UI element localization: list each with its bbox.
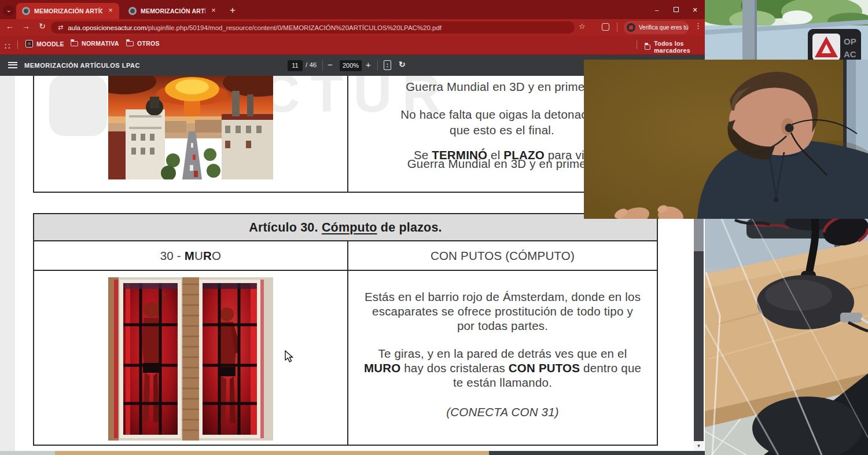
pdf-separator xyxy=(377,60,378,71)
mouse-cursor xyxy=(285,350,294,363)
maximize-button[interactable] xyxy=(667,5,685,15)
pdf-document-title: MEMORIZACIÓN ARTÍCULOS LPAC xyxy=(24,62,140,69)
doc-text-bold: M xyxy=(185,249,194,262)
page-left-margin xyxy=(0,76,15,451)
folder-icon xyxy=(645,45,650,50)
close-tab-icon[interactable]: × xyxy=(209,6,218,16)
bookmark-folder-normativa[interactable]: NORMATIVA xyxy=(71,40,119,47)
pdf-favicon xyxy=(22,7,30,15)
bookmark-folder-otros[interactable]: OTROS xyxy=(126,40,160,47)
moodle-favicon xyxy=(25,40,33,47)
bookmark-star-icon[interactable]: ☆ xyxy=(579,22,586,31)
story-line: MURO hay dos cristaleras CON PUTOS dentr… xyxy=(348,361,657,375)
toolbar-separator xyxy=(617,23,617,32)
scrollbar-thumb[interactable] xyxy=(694,219,704,251)
minimize-button[interactable]: – xyxy=(648,5,665,15)
zoom-out-button[interactable]: − xyxy=(328,60,333,69)
pdf-separator xyxy=(322,60,323,71)
doc-text-bold: R xyxy=(203,249,212,262)
all-bookmarks-label: Todos los marcadores xyxy=(654,40,705,54)
zoom-level[interactable]: 200% xyxy=(340,60,362,71)
story-connect-note: (CONECTA CON 31) xyxy=(348,405,657,419)
presenter-video xyxy=(584,60,868,219)
zoom-in-button[interactable]: + xyxy=(366,60,371,69)
bookmark-label: MOODLE xyxy=(36,41,64,47)
all-bookmarks-button[interactable]: Todos los marcadores xyxy=(645,40,705,54)
page-number-input[interactable]: 11 xyxy=(288,60,303,71)
table-30-header-row: Artículo 30. Cómputo de plazos. xyxy=(34,214,657,241)
url-path: /pluginfile.php/50194/mod_resource/conte… xyxy=(146,24,442,31)
new-tab-button[interactable]: + xyxy=(226,4,240,18)
tab-search-button[interactable]: ⌄ xyxy=(3,5,14,16)
close-window-button[interactable]: ✕ xyxy=(686,5,704,15)
doc-text: el xyxy=(487,148,503,162)
bookmark-label: NORMATIVA xyxy=(82,40,119,47)
doc-text-bold: MURO xyxy=(364,361,400,375)
back-button[interactable]: ← xyxy=(3,21,16,31)
tab-strip: ⌄ MEMORIZACIÓN ARTÍCULOS L × MEMORIZACIÓ… xyxy=(0,0,705,19)
url-domain: aula.oposicionesactur.com xyxy=(68,24,146,31)
close-tab-icon[interactable]: × xyxy=(106,6,115,16)
reload-button[interactable]: ↻ xyxy=(36,21,49,31)
rotate-icon[interactable]: ↻ xyxy=(399,60,406,69)
doc-text: 30 - xyxy=(160,249,185,262)
screen-recording-frame: OP AC xyxy=(0,0,868,455)
tab-label: MEMORIZACIÓN ARTÍCULOS L xyxy=(141,8,205,14)
table-30-subtitle-row: 30 - MURO CON PUTOS (CÓMPUTO) xyxy=(34,241,657,271)
menu-icon[interactable] xyxy=(8,62,17,68)
bookmarks-separator xyxy=(637,41,637,49)
profile-label: Verifica que eres tú xyxy=(639,24,689,31)
tab-memorizacion-2[interactable]: MEMORIZACIÓN ARTÍCULOS L × xyxy=(123,3,222,19)
doc-text-bold: CON PUTOS xyxy=(509,361,580,375)
url-text: aula.oposicionesactur.com/pluginfile.php… xyxy=(68,24,442,31)
table-30-title: Artículo 30. Cómputo de plazos. xyxy=(34,221,657,235)
doc-text: dentro que xyxy=(580,361,641,375)
story-line: te están llamando. xyxy=(348,376,657,390)
folder-icon xyxy=(126,41,134,46)
story-line: escaparates se ofrece prostitución de to… xyxy=(348,304,657,318)
table-article-30: Artículo 30. Cómputo de plazos. 30 - MUR… xyxy=(33,213,658,446)
presenter-webcam-overlay xyxy=(584,60,868,219)
site-settings-icon[interactable]: ⇄ xyxy=(58,24,63,31)
apps-grid-icon[interactable]: ∷ xyxy=(5,41,10,52)
doc-text-bold: Artículo 30. xyxy=(249,221,322,234)
doc-text: O xyxy=(212,249,221,262)
fit-page-icon[interactable]: : xyxy=(384,60,391,70)
scroll-down-button[interactable]: ▾ xyxy=(694,441,704,451)
tab-label: MEMORIZACIÓN ARTÍCULOS L xyxy=(34,8,102,14)
folder-icon xyxy=(71,41,78,46)
profile-chip[interactable]: Verifica que eres tú xyxy=(624,21,689,34)
doc-text-bold: TERMINÓ xyxy=(432,148,487,162)
doc-text-bold: PLAZO xyxy=(503,148,544,162)
story-line: Te giras, y en la pared de detrás ves qu… xyxy=(348,347,657,361)
doc-text: Se xyxy=(414,148,432,162)
doc-text: hay dos cristaleras xyxy=(400,361,509,375)
extensions-icon[interactable] xyxy=(602,23,609,31)
shirt-button xyxy=(774,197,778,202)
doc-text: U xyxy=(194,249,203,262)
doc-text-underlined: Cómputo xyxy=(322,221,377,234)
bookmarks-separator xyxy=(17,41,18,49)
avatar xyxy=(627,23,635,32)
mnemonic-phrase: CON PUTOS (CÓMPUTO) xyxy=(348,249,657,263)
earphone xyxy=(785,124,794,133)
forward-button[interactable]: → xyxy=(20,21,32,31)
pdf-favicon xyxy=(128,7,137,15)
kebab-menu-icon[interactable]: ⋮ xyxy=(694,21,702,30)
maximize-icon xyxy=(674,7,679,12)
page-total: / 46 xyxy=(306,61,317,68)
story-line: Estás en el barrio rojo de Ámsterdam, do… xyxy=(348,290,657,304)
story-line: por todas partes. xyxy=(348,319,657,333)
mnemonic-label: 30 - MURO xyxy=(34,249,347,263)
bookmark-label: OTROS xyxy=(137,40,160,47)
omnibox[interactable]: ⇄ aula.oposicionesactur.com/pluginfile.p… xyxy=(51,21,575,34)
bookmark-moodle[interactable]: MOODLE xyxy=(25,40,64,47)
svg-text:OP: OP xyxy=(844,36,856,46)
red-light-windows-image xyxy=(108,277,273,441)
doc-text-bold: de plazos. xyxy=(377,221,442,234)
tab-memorizacion-1[interactable]: MEMORIZACIÓN ARTÍCULOS L × xyxy=(16,3,119,19)
svg-text:AC: AC xyxy=(844,49,856,59)
